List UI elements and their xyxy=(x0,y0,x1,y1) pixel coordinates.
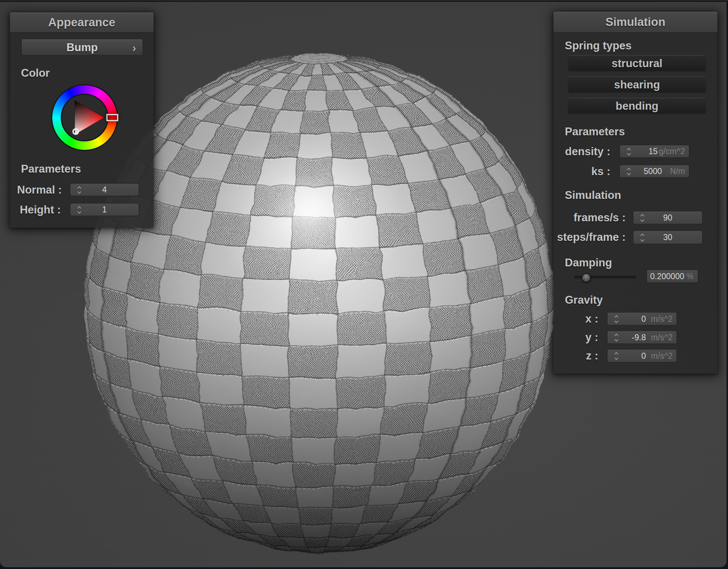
frames-label: frames/s : xyxy=(553,211,626,224)
chevron-right-icon: › xyxy=(132,40,136,55)
structural-toggle-button[interactable]: structural xyxy=(568,55,706,72)
gravity-z-spinbox[interactable]: 0 m/s^2 xyxy=(607,349,677,363)
gravity-z-value[interactable]: 0 xyxy=(607,352,646,360)
gravity-z-label: z : xyxy=(553,349,598,362)
density-value[interactable]: 15 xyxy=(620,147,658,156)
color-wheel[interactable] xyxy=(40,73,129,162)
gravity-label: Gravity xyxy=(565,294,603,307)
shearing-toggle-button[interactable]: shearing xyxy=(568,76,706,93)
height-spinbox[interactable]: 1 xyxy=(70,203,139,216)
damping-value: 0.200000 xyxy=(650,272,684,280)
appearance-parameters-label: Parameters xyxy=(21,163,81,175)
cloth-sphere-mesh xyxy=(84,51,553,553)
damping-slider-knob[interactable] xyxy=(582,273,591,282)
gravity-y-label: y : xyxy=(553,331,598,344)
frames-value[interactable]: 90 xyxy=(633,213,702,222)
app-screen: Appearance Bump › Color Parameters Norma… xyxy=(0,0,728,569)
height-label: Height : xyxy=(17,204,61,216)
gravity-y-value[interactable]: -9.8 xyxy=(607,333,646,341)
normal-label: Normal : xyxy=(17,184,61,196)
gravity-x-spinbox[interactable]: 0 m/s^2 xyxy=(607,312,677,326)
damping-unit: % xyxy=(686,272,694,280)
simulation-panel: Simulation Spring types structural shear… xyxy=(553,12,717,374)
ks-spinbox[interactable]: 5000 N/m xyxy=(619,164,690,178)
steps-value[interactable]: 30 xyxy=(633,233,702,242)
ks-unit: N/m xyxy=(670,167,685,175)
gravity-y-unit: m/s^2 xyxy=(651,333,673,341)
density-unit: g/cm^2 xyxy=(659,147,685,156)
damping-label: Damping xyxy=(565,256,612,269)
bump-popup-button[interactable]: Bump › xyxy=(21,39,143,56)
spring-types-label: Spring types xyxy=(565,39,632,52)
gravity-z-unit: m/s^2 xyxy=(651,352,673,360)
gravity-x-unit: m/s^2 xyxy=(651,315,673,323)
damping-value-box: 0.200000 % xyxy=(646,269,698,283)
normal-value[interactable]: 4 xyxy=(70,186,139,194)
ks-label: ks : xyxy=(553,165,610,178)
gravity-x-value[interactable]: 0 xyxy=(607,315,646,323)
frames-spinbox[interactable]: 90 xyxy=(633,211,703,224)
height-value[interactable]: 1 xyxy=(70,206,139,214)
appearance-panel-header[interactable]: Appearance xyxy=(10,12,154,32)
ks-value[interactable]: 5000 xyxy=(620,167,662,175)
steps-label: steps/frame : xyxy=(553,231,626,244)
gravity-x-label: x : xyxy=(553,313,598,325)
appearance-panel: Appearance Bump › Color Parameters Norma… xyxy=(10,12,154,228)
normal-spinbox[interactable]: 4 xyxy=(70,183,139,196)
sim-simulation-label: Simulation xyxy=(565,189,621,202)
gravity-y-spinbox[interactable]: -9.8 m/s^2 xyxy=(607,330,677,344)
bending-toggle-button[interactable]: bending xyxy=(568,98,706,114)
window-top-edge xyxy=(0,0,728,1)
density-spinbox[interactable]: 15 g/cm^2 xyxy=(619,145,690,158)
steps-spinbox[interactable]: 30 xyxy=(633,230,703,244)
density-label: density : xyxy=(553,145,610,158)
sim-parameters-label: Parameters xyxy=(565,125,625,138)
bump-button-label: Bump xyxy=(66,41,98,54)
simulation-panel-header[interactable]: Simulation xyxy=(553,12,717,32)
